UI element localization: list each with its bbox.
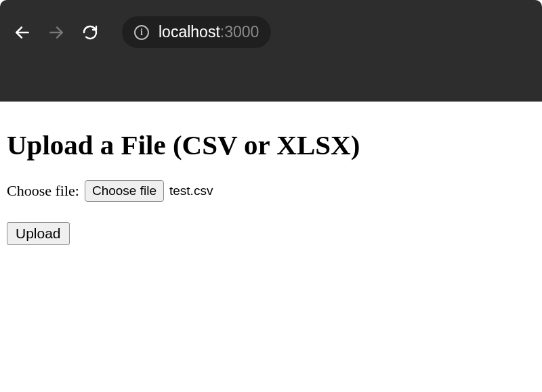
url-port: :3000 [220,23,259,41]
browser-chrome: i localhost:3000 [0,0,542,102]
url-host: localhost [159,23,220,41]
url-text: localhost:3000 [159,23,259,41]
file-input-row: Choose file: Choose file test.csv [7,180,535,202]
site-info-icon[interactable]: i [134,25,149,40]
reload-icon[interactable] [81,24,99,41]
back-icon[interactable] [14,24,31,41]
upload-button[interactable]: Upload [7,222,70,245]
choose-file-label: Choose file: [7,182,79,200]
choose-file-button[interactable]: Choose file [85,180,164,202]
address-bar[interactable]: i localhost:3000 [122,16,271,48]
forward-icon [47,24,65,41]
page-content: Upload a File (CSV or XLSX) Choose file:… [0,102,542,261]
browser-toolbar: i localhost:3000 [0,0,542,64]
selected-filename: test.csv [169,183,213,198]
page-title: Upload a File (CSV or XLSX) [7,129,535,161]
